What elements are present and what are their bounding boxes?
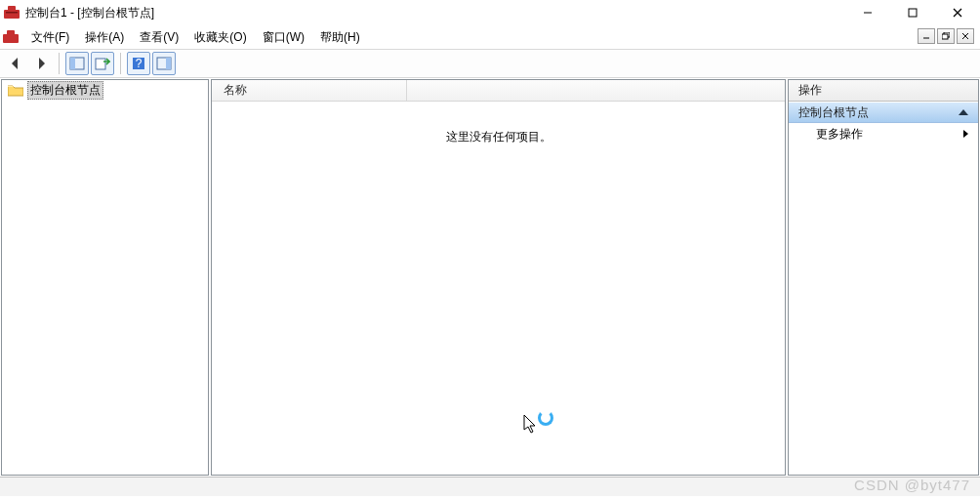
menu-label: 操作(A) xyxy=(85,29,124,46)
actions-item-label: 更多操作 xyxy=(816,126,863,143)
mdi-close-button[interactable] xyxy=(957,28,974,44)
menu-label: 查看(V) xyxy=(140,29,179,46)
toolbar-separator xyxy=(59,53,60,74)
actions-more[interactable]: 更多操作 xyxy=(789,123,978,145)
svg-rect-0 xyxy=(4,10,20,19)
list-pane[interactable]: 名称 这里没有任何项目。 xyxy=(211,79,786,476)
menu-action[interactable]: 操作(A) xyxy=(77,25,132,49)
actions-section-label: 控制台根节点 xyxy=(798,104,869,121)
close-button[interactable] xyxy=(935,0,980,25)
toolbar: ? xyxy=(0,49,980,78)
submenu-arrow-icon xyxy=(963,130,968,138)
toolbar-separator xyxy=(120,53,121,74)
actions-pane: 操作 控制台根节点 更多操作 xyxy=(788,79,979,476)
help-button[interactable]: ? xyxy=(127,52,150,75)
mdi-icon xyxy=(2,25,20,49)
svg-rect-15 xyxy=(70,58,75,69)
actions-section[interactable]: 控制台根节点 xyxy=(789,102,978,123)
tree-node-label: 控制台根节点 xyxy=(27,81,103,100)
work-area: 控制台根节点 名称 这里没有任何项目。 操作 控制台根节点 更多操作 xyxy=(0,78,980,477)
watermark: CSDN @byt477 xyxy=(854,477,970,493)
menu-label: 收藏夹(O) xyxy=(194,29,246,46)
status-bar xyxy=(0,477,980,496)
menu-window[interactable]: 窗口(W) xyxy=(255,25,312,49)
svg-rect-1 xyxy=(8,6,16,11)
svg-rect-11 xyxy=(942,34,948,39)
show-hide-tree-button[interactable] xyxy=(65,52,89,75)
mdi-minimize-button[interactable] xyxy=(918,28,935,44)
tree-root-node[interactable]: 控制台根节点 xyxy=(2,80,208,100)
svg-rect-4 xyxy=(909,9,917,17)
svg-rect-2 xyxy=(6,12,18,14)
menu-label: 帮助(H) xyxy=(320,29,360,46)
title-bar: 控制台1 - [控制台根节点] xyxy=(0,0,980,25)
app-icon xyxy=(4,5,20,21)
maximize-button[interactable] xyxy=(890,0,935,25)
menu-view[interactable]: 查看(V) xyxy=(132,25,186,49)
export-list-button[interactable] xyxy=(91,52,114,75)
svg-rect-7 xyxy=(3,34,19,43)
menu-file[interactable]: 文件(F) xyxy=(23,25,77,49)
mdi-window-controls xyxy=(918,28,974,44)
show-hide-action-pane-button[interactable] xyxy=(152,52,176,75)
svg-text:?: ? xyxy=(136,57,143,70)
column-name[interactable]: 名称 xyxy=(212,80,407,101)
busy-spinner-icon xyxy=(538,410,553,426)
window-controls xyxy=(845,0,980,25)
forward-button[interactable] xyxy=(29,52,53,75)
menu-label: 文件(F) xyxy=(31,29,69,46)
mdi-restore-button[interactable] xyxy=(937,28,955,44)
window-title: 控制台1 - [控制台根节点] xyxy=(25,5,154,21)
actions-header-label: 操作 xyxy=(798,82,822,99)
minimize-button[interactable] xyxy=(845,0,890,25)
menu-help[interactable]: 帮助(H) xyxy=(312,25,368,49)
tree-pane[interactable]: 控制台根节点 xyxy=(1,79,209,476)
list-header: 名称 xyxy=(212,80,785,102)
menu-fav[interactable]: 收藏夹(O) xyxy=(186,25,254,49)
column-label: 名称 xyxy=(224,82,247,99)
svg-rect-8 xyxy=(7,30,15,35)
list-empty-message: 这里没有任何项目。 xyxy=(212,102,785,146)
back-button[interactable] xyxy=(4,52,27,75)
menu-bar: 文件(F) 操作(A) 查看(V) 收藏夹(O) 窗口(W) 帮助(H) xyxy=(0,25,980,49)
svg-rect-20 xyxy=(166,58,171,69)
actions-pane-header: 操作 xyxy=(789,80,978,102)
folder-icon xyxy=(8,83,23,97)
collapse-up-icon xyxy=(959,109,968,115)
svg-rect-16 xyxy=(96,59,105,69)
menu-label: 窗口(W) xyxy=(263,29,305,46)
